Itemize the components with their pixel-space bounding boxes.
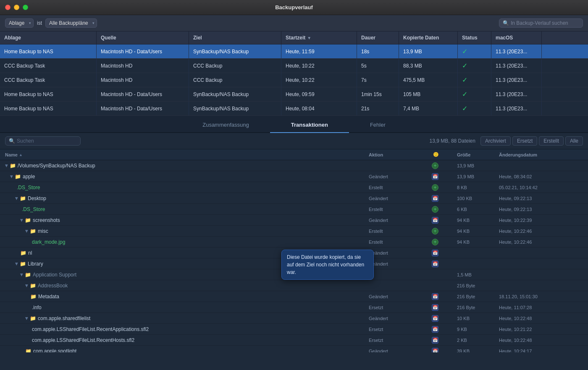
filter-erstellt[interactable]: Erstellt — [539, 136, 564, 146]
table-cell: CCC Backup Task — [0, 59, 97, 73]
filter-archiviert[interactable]: Archiviert — [480, 136, 511, 146]
file-icon: 📁 — [20, 261, 26, 267]
status-icon: ✓ — [462, 104, 467, 112]
table-cell: Home Backup to NAS — [0, 87, 97, 101]
tree-aktion-cell: Geändert — [369, 174, 432, 179]
tab-zusammenfassung[interactable]: Zusammenfassung — [181, 117, 270, 133]
name-sort-icon: ▲ — [19, 153, 23, 157]
file-name: com.apple.LSSharedFileList.RecentApplica… — [32, 326, 149, 332]
tree-action-icon: + — [432, 184, 457, 191]
tree-name-cell: ▶📁/Volumes/SynBackup/NAS Backup — [5, 163, 369, 169]
filter-alle[interactable]: Alle — [565, 136, 583, 146]
tree-row[interactable]: ▶📁DesktopGeändert📅100 KBHeute, 09:22:13 — [0, 193, 588, 204]
tree-action-icon: 📅 — [432, 217, 457, 224]
minimize-button[interactable] — [14, 5, 19, 10]
tree-name-cell: ▶📁misc — [5, 228, 369, 234]
table-row[interactable]: Home Backup to NASMacintosh HD - Data/Us… — [0, 102, 588, 116]
tab-transaktionen[interactable]: Transaktionen — [270, 117, 349, 133]
tree-row[interactable]: ▶📁AddressBook216 Byte — [0, 280, 588, 291]
tree-action-icon: 📅 — [432, 261, 457, 267]
tree-row[interactable]: dark_mode.jpgErstellt+94 KBHeute, 10:22:… — [0, 237, 588, 248]
tree-date-cell: Heute, 10:24:17 — [499, 349, 583, 353]
tree-action-icon: + — [432, 239, 457, 245]
tree-row[interactable]: ▶📁com.apple.sharedfilelistGeändert📅10 KB… — [0, 313, 588, 324]
table-row[interactable]: Home Backup to NASMacintosh HD - Data/Us… — [0, 87, 588, 102]
tree-aktion-cell: Ersetzt — [369, 338, 432, 343]
tree-row[interactable]: ▶📁miscErstellt+94 KBHeute, 10:22:46 — [0, 226, 588, 237]
tree-date-cell: Heute, 09:22:13 — [499, 196, 583, 201]
tree-col-name[interactable]: Name ▲ — [5, 152, 369, 157]
tree-aktion-cell: Erstellt — [369, 207, 432, 212]
ablage-select[interactable]: Ablage — [5, 18, 34, 28]
file-name: Application Support — [33, 272, 76, 278]
table-cell: 1min 15s — [357, 87, 399, 101]
tree-date-cell: Heute, 10:22:46 — [499, 229, 583, 234]
table-cell: 11.3 (20E23... — [491, 87, 542, 101]
tree-row[interactable]: com.apple.LSSharedFileList.RecentHosts.s… — [0, 335, 588, 346]
file-name: com.apple.LSSharedFileList.RecentHosts.s… — [32, 337, 134, 343]
tree-row[interactable]: 📁com.apple.spotlightGeändert📅39 KBHeute,… — [0, 346, 588, 352]
table-row[interactable]: Home Backup to NASMacintosh HD - Data/Us… — [0, 44, 588, 59]
tree-row[interactable]: 📁MetadataGeändert📅216 Byte18.11.20, 15:0… — [0, 291, 588, 302]
tree-date-cell: 05.02.21, 10:14:42 — [499, 185, 583, 190]
tree-aktion-cell: Erstellt — [369, 185, 432, 190]
tree-col-aktion: Aktion — [369, 152, 432, 157]
col-header-startzeit[interactable]: Startzeit ▼ — [281, 31, 357, 44]
table-cell: Macintosh HD - Data/Users — [97, 87, 189, 101]
table-row[interactable]: CCC Backup TaskMacintosh HDCCC BackupHeu… — [0, 73, 588, 87]
tree-size-cell: 10 KB — [457, 316, 499, 321]
table-cell: Home Backup to NAS — [0, 102, 97, 115]
tree-name-cell: com.apple.LSSharedFileList.RecentHosts.s… — [5, 337, 369, 343]
ist-label: ist — [37, 20, 42, 26]
tree-size-cell: 94 KB — [457, 240, 499, 245]
trans-search-input[interactable] — [17, 138, 77, 144]
table-cell: Macintosh HD - Data/Users — [97, 44, 189, 58]
file-name: Metadata — [38, 294, 59, 300]
tree-size-cell: 100 KB — [457, 196, 499, 201]
table-row[interactable]: CCC Backup TaskMacintosh HDCCC BackupHeu… — [0, 59, 588, 73]
plus-icon: + — [432, 228, 438, 235]
chevron-icon: ▶ — [25, 229, 29, 232]
tree-action-icon: 📅 — [432, 326, 457, 333]
tree-row[interactable]: .infoErsetzt📅216 ByteHeute, 11:07:28 — [0, 302, 588, 313]
tree-date-cell: Heute, 10:22:48 — [499, 338, 583, 343]
tree-size-cell: 39 KB — [457, 349, 499, 353]
tree-row[interactable]: .DS_StoreErstellt+6 KBHeute, 09:22:13 — [0, 204, 588, 215]
filter-buttons: Archiviert Ersetzt Erstellt Alle — [480, 136, 583, 146]
tree-aktion-cell: Geändert — [369, 316, 432, 321]
chevron-icon: ▶ — [25, 317, 29, 320]
table-cell: Heute, 10:22 — [281, 59, 357, 73]
window-title: Backupverlauf — [275, 4, 313, 10]
tree-row[interactable]: .DS_StoreErstellt+8 KB05.02.21, 10:14:42 — [0, 182, 588, 193]
tree-name-cell: dark_mode.jpg — [5, 239, 369, 245]
tree-name-cell: .info — [5, 305, 369, 310]
table-cell: SynBackup/NAS Backup — [189, 102, 281, 115]
maximize-button[interactable] — [23, 5, 28, 10]
file-icon: 📁 — [25, 217, 31, 223]
table-cell: Heute, 11:59 — [281, 44, 357, 58]
tree-action-icon: + — [432, 162, 457, 169]
tab-fehler[interactable]: Fehler — [349, 117, 407, 133]
file-name: /Volumes/SynBackup/NAS Backup — [18, 163, 95, 169]
tree-size-cell: 9 KB — [457, 327, 499, 332]
transaction-toolbar: 🔍 13,9 MB, 88 Dateien Archiviert Ersetzt… — [0, 133, 588, 149]
tree-row[interactable]: ▶📁screenshotsGeändert📅94 KBHeute, 10:22:… — [0, 215, 588, 226]
tree-name-cell: com.apple.LSSharedFileList.RecentApplica… — [5, 326, 369, 332]
close-button[interactable] — [5, 5, 10, 10]
main-content: Ablage ▾ ist Alle Backuppläne ▾ 🔍 Ablage… — [0, 15, 588, 352]
tree-row[interactable]: ▶📁appleGeändert📅13,9 MBHeute, 08:34:02 — [0, 171, 588, 182]
file-icon: 📁 — [10, 163, 16, 169]
tree-row[interactable]: ▶📁/Volumes/SynBackup/NAS Backup+13,9 MB — [0, 160, 588, 171]
table-cell: 105 MB — [399, 87, 458, 101]
tree-row[interactable]: com.apple.LSSharedFileList.RecentApplica… — [0, 324, 588, 335]
chevron-icon: ▶ — [20, 219, 24, 221]
tree-name-cell: .DS_Store — [5, 185, 369, 190]
plan-select[interactable]: Alle Backuppläne — [45, 18, 97, 28]
tree-size-cell: 94 KB — [457, 218, 499, 223]
tree-aktion-cell: Erstellt — [369, 229, 432, 234]
search-input[interactable] — [511, 20, 579, 26]
search-box: 🔍 — [499, 18, 583, 28]
file-name: screenshots — [33, 217, 60, 223]
file-icon: 📁 — [30, 228, 36, 234]
filter-ersetzt[interactable]: Ersetzt — [512, 136, 537, 146]
